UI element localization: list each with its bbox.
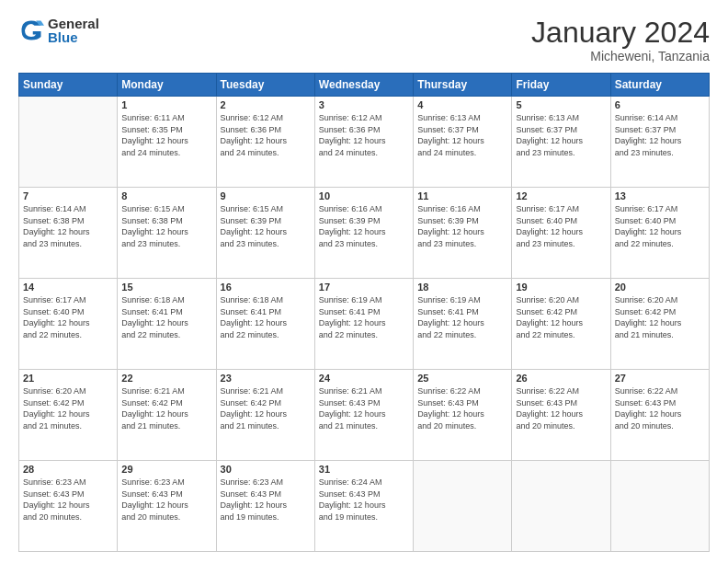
day-cell: 13Sunrise: 6:17 AM Sunset: 6:40 PM Dayli… bbox=[610, 188, 709, 279]
day-info: Sunrise: 6:16 AM Sunset: 6:39 PM Dayligh… bbox=[319, 203, 409, 249]
day-info: Sunrise: 6:18 AM Sunset: 6:41 PM Dayligh… bbox=[221, 294, 311, 340]
day-cell: 5Sunrise: 6:13 AM Sunset: 6:37 PM Daylig… bbox=[512, 97, 610, 188]
title-block: January 2024 Micheweni, Tanzania bbox=[531, 17, 710, 63]
day-number: 18 bbox=[417, 282, 507, 293]
day-number: 19 bbox=[516, 282, 606, 293]
day-cell: 27Sunrise: 6:22 AM Sunset: 6:43 PM Dayli… bbox=[610, 370, 709, 461]
day-cell: 22Sunrise: 6:21 AM Sunset: 6:42 PM Dayli… bbox=[118, 370, 216, 461]
day-number: 25 bbox=[417, 373, 507, 384]
day-cell: 7Sunrise: 6:14 AM Sunset: 6:38 PM Daylig… bbox=[19, 188, 118, 279]
day-info: Sunrise: 6:23 AM Sunset: 6:43 PM Dayligh… bbox=[221, 477, 311, 523]
day-cell: 14Sunrise: 6:17 AM Sunset: 6:40 PM Dayli… bbox=[19, 279, 118, 370]
weekday-thursday: Thursday bbox=[414, 74, 512, 97]
day-cell: 18Sunrise: 6:19 AM Sunset: 6:41 PM Dayli… bbox=[414, 279, 512, 370]
weekday-monday: Monday bbox=[118, 74, 216, 97]
day-cell: 31Sunrise: 6:24 AM Sunset: 6:43 PM Dayli… bbox=[314, 461, 413, 552]
day-info: Sunrise: 6:14 AM Sunset: 6:37 PM Dayligh… bbox=[615, 112, 705, 158]
day-number: 14 bbox=[23, 282, 113, 293]
day-number: 22 bbox=[121, 373, 211, 384]
day-cell: 10Sunrise: 6:16 AM Sunset: 6:39 PM Dayli… bbox=[314, 188, 413, 279]
day-cell: 1Sunrise: 6:11 AM Sunset: 6:35 PM Daylig… bbox=[118, 97, 216, 188]
day-number: 4 bbox=[417, 99, 507, 110]
day-cell: 4Sunrise: 6:13 AM Sunset: 6:37 PM Daylig… bbox=[414, 97, 512, 188]
day-info: Sunrise: 6:19 AM Sunset: 6:41 PM Dayligh… bbox=[319, 294, 409, 340]
day-number: 8 bbox=[121, 190, 211, 201]
day-info: Sunrise: 6:11 AM Sunset: 6:35 PM Dayligh… bbox=[121, 112, 211, 158]
day-number: 15 bbox=[121, 282, 211, 293]
day-cell: 16Sunrise: 6:18 AM Sunset: 6:41 PM Dayli… bbox=[216, 279, 314, 370]
day-info: Sunrise: 6:17 AM Sunset: 6:40 PM Dayligh… bbox=[516, 203, 606, 249]
day-number: 23 bbox=[221, 373, 311, 384]
day-info: Sunrise: 6:22 AM Sunset: 6:43 PM Dayligh… bbox=[516, 385, 606, 431]
month-title: January 2024 bbox=[531, 17, 710, 49]
weekday-saturday: Saturday bbox=[610, 74, 709, 97]
day-info: Sunrise: 6:20 AM Sunset: 6:42 PM Dayligh… bbox=[23, 385, 113, 431]
day-cell bbox=[610, 461, 709, 552]
day-cell: 24Sunrise: 6:21 AM Sunset: 6:43 PM Dayli… bbox=[314, 370, 413, 461]
day-number: 30 bbox=[221, 464, 311, 475]
day-cell: 3Sunrise: 6:12 AM Sunset: 6:36 PM Daylig… bbox=[314, 97, 413, 188]
day-cell: 11Sunrise: 6:16 AM Sunset: 6:39 PM Dayli… bbox=[414, 188, 512, 279]
day-cell: 19Sunrise: 6:20 AM Sunset: 6:42 PM Dayli… bbox=[512, 279, 610, 370]
day-number: 5 bbox=[516, 99, 606, 110]
week-row-3: 14Sunrise: 6:17 AM Sunset: 6:40 PM Dayli… bbox=[19, 279, 710, 370]
week-row-5: 28Sunrise: 6:23 AM Sunset: 6:43 PM Dayli… bbox=[19, 461, 710, 552]
day-number: 24 bbox=[319, 373, 409, 384]
day-info: Sunrise: 6:24 AM Sunset: 6:43 PM Dayligh… bbox=[319, 477, 409, 523]
day-number: 17 bbox=[319, 282, 409, 293]
day-number: 13 bbox=[615, 190, 705, 201]
day-info: Sunrise: 6:20 AM Sunset: 6:42 PM Dayligh… bbox=[516, 294, 606, 340]
day-info: Sunrise: 6:14 AM Sunset: 6:38 PM Dayligh… bbox=[23, 203, 113, 249]
day-number: 9 bbox=[221, 190, 311, 201]
weekday-wednesday: Wednesday bbox=[314, 74, 413, 97]
day-info: Sunrise: 6:22 AM Sunset: 6:43 PM Dayligh… bbox=[615, 385, 705, 431]
day-cell: 23Sunrise: 6:21 AM Sunset: 6:42 PM Dayli… bbox=[216, 370, 314, 461]
day-info: Sunrise: 6:13 AM Sunset: 6:37 PM Dayligh… bbox=[417, 112, 507, 158]
logo-text: General Blue bbox=[48, 17, 99, 44]
weekday-sunday: Sunday bbox=[19, 74, 118, 97]
location: Micheweni, Tanzania bbox=[531, 49, 710, 63]
day-cell: 30Sunrise: 6:23 AM Sunset: 6:43 PM Dayli… bbox=[216, 461, 314, 552]
day-cell: 9Sunrise: 6:15 AM Sunset: 6:39 PM Daylig… bbox=[216, 188, 314, 279]
day-number: 20 bbox=[615, 282, 705, 293]
day-number: 6 bbox=[615, 99, 705, 110]
weekday-friday: Friday bbox=[512, 74, 610, 97]
day-cell: 28Sunrise: 6:23 AM Sunset: 6:43 PM Dayli… bbox=[19, 461, 118, 552]
day-number: 10 bbox=[319, 190, 409, 201]
day-number: 2 bbox=[221, 99, 311, 110]
day-info: Sunrise: 6:23 AM Sunset: 6:43 PM Dayligh… bbox=[23, 477, 113, 523]
logo-general: General bbox=[48, 17, 99, 30]
day-number: 3 bbox=[319, 99, 409, 110]
weekday-tuesday: Tuesday bbox=[216, 74, 314, 97]
day-info: Sunrise: 6:16 AM Sunset: 6:39 PM Dayligh… bbox=[417, 203, 507, 249]
day-cell bbox=[414, 461, 512, 552]
day-cell: 15Sunrise: 6:18 AM Sunset: 6:41 PM Dayli… bbox=[118, 279, 216, 370]
day-number: 31 bbox=[319, 464, 409, 475]
calendar: SundayMondayTuesdayWednesdayThursdayFrid… bbox=[18, 73, 710, 552]
day-info: Sunrise: 6:17 AM Sunset: 6:40 PM Dayligh… bbox=[615, 203, 705, 249]
day-info: Sunrise: 6:17 AM Sunset: 6:40 PM Dayligh… bbox=[23, 294, 113, 340]
day-cell: 8Sunrise: 6:15 AM Sunset: 6:38 PM Daylig… bbox=[118, 188, 216, 279]
day-number: 12 bbox=[516, 190, 606, 201]
week-row-1: 1Sunrise: 6:11 AM Sunset: 6:35 PM Daylig… bbox=[19, 97, 710, 188]
week-row-2: 7Sunrise: 6:14 AM Sunset: 6:38 PM Daylig… bbox=[19, 188, 710, 279]
day-info: Sunrise: 6:19 AM Sunset: 6:41 PM Dayligh… bbox=[417, 294, 507, 340]
day-number: 26 bbox=[516, 373, 606, 384]
day-number: 28 bbox=[23, 464, 113, 475]
week-row-4: 21Sunrise: 6:20 AM Sunset: 6:42 PM Dayli… bbox=[19, 370, 710, 461]
day-cell: 21Sunrise: 6:20 AM Sunset: 6:42 PM Dayli… bbox=[19, 370, 118, 461]
day-cell: 20Sunrise: 6:20 AM Sunset: 6:42 PM Dayli… bbox=[610, 279, 709, 370]
logo: General Blue bbox=[18, 17, 99, 44]
page: General Blue January 2024 Micheweni, Tan… bbox=[0, 0, 728, 563]
day-number: 11 bbox=[417, 190, 507, 201]
day-cell: 6Sunrise: 6:14 AM Sunset: 6:37 PM Daylig… bbox=[610, 97, 709, 188]
day-number: 27 bbox=[615, 373, 705, 384]
header: General Blue January 2024 Micheweni, Tan… bbox=[18, 17, 710, 63]
day-info: Sunrise: 6:18 AM Sunset: 6:41 PM Dayligh… bbox=[121, 294, 211, 340]
day-info: Sunrise: 6:21 AM Sunset: 6:42 PM Dayligh… bbox=[221, 385, 311, 431]
day-info: Sunrise: 6:12 AM Sunset: 6:36 PM Dayligh… bbox=[221, 112, 311, 158]
day-info: Sunrise: 6:15 AM Sunset: 6:39 PM Dayligh… bbox=[221, 203, 311, 249]
day-number: 29 bbox=[121, 464, 211, 475]
weekday-header-row: SundayMondayTuesdayWednesdayThursdayFrid… bbox=[19, 74, 710, 97]
day-number: 1 bbox=[121, 99, 211, 110]
